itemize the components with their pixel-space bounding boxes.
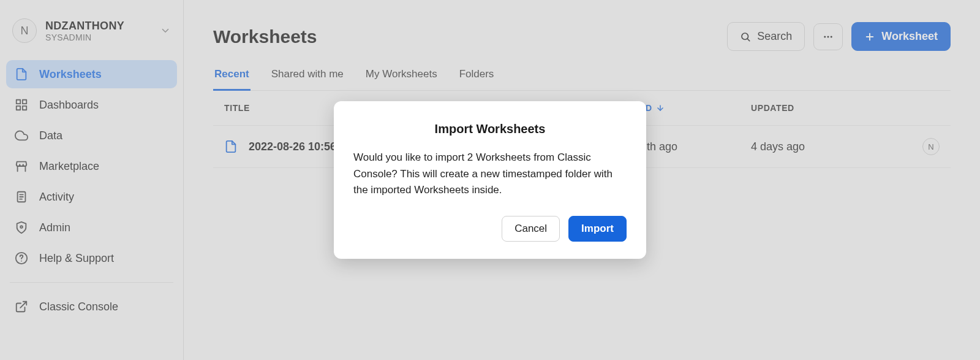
import-button[interactable]: Import	[568, 216, 627, 242]
import-worksheets-modal: Import Worksheets Would you like to impo…	[334, 101, 646, 258]
modal-title: Import Worksheets	[353, 122, 627, 136]
cancel-button[interactable]: Cancel	[502, 216, 560, 242]
modal-overlay[interactable]: Import Worksheets Would you like to impo…	[0, 0, 980, 360]
modal-body: Would you like to import 2 Worksheets fr…	[353, 150, 627, 198]
